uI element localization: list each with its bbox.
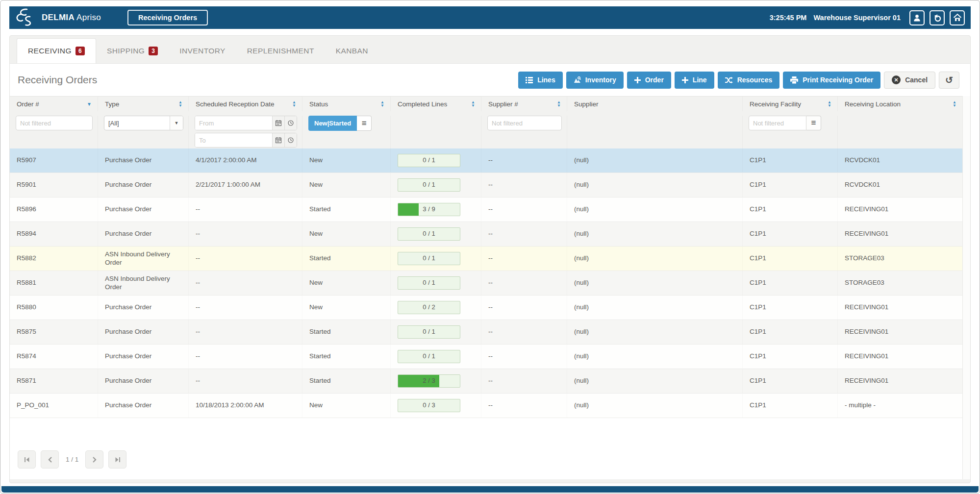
tab-receiving[interactable]: RECEIVING 6 — [17, 38, 96, 63]
table-row[interactable]: R5896Purchase Order--Started3 / 9--(null… — [10, 198, 962, 222]
tab-shipping[interactable]: SHIPPING 3 — [96, 38, 169, 63]
cell-completed-lines: 0 / 2 — [391, 296, 481, 320]
table-row[interactable]: R5871Purchase Order--Started2 / 3--(null… — [10, 369, 962, 394]
cell-supplier-number: -- — [481, 198, 567, 222]
table-row[interactable]: R5894Purchase Order--New0 / 1--(null)C1P… — [10, 222, 962, 247]
completed-lines-label: 0 / 1 — [398, 350, 460, 363]
home-button[interactable] — [950, 10, 965, 25]
user-icon — [913, 14, 921, 22]
column-header-completed-lines[interactable]: Completed Lines ▲▼ — [391, 97, 481, 111]
resources-button-label: Resources — [737, 76, 773, 84]
cell-scheduled-date: -- — [189, 222, 302, 246]
sort-icon: ▲▼ — [828, 100, 831, 107]
last-page-icon — [115, 457, 121, 463]
back-button[interactable] — [930, 10, 945, 25]
calendar-icon[interactable] — [272, 133, 284, 147]
sort-icon: ▲▼ — [380, 100, 384, 107]
column-header-order-number[interactable]: Order # ▼ — [10, 97, 98, 111]
type-filter-select[interactable]: [All] ▼ — [104, 116, 183, 130]
cell-supplier: (null) — [567, 247, 743, 271]
sort-icon: ▲▼ — [471, 100, 475, 107]
tab-replenishment[interactable]: REPLENISHMENT — [236, 38, 325, 63]
cell-receiving-facility: C1P1 — [743, 345, 838, 369]
cell-order-number: R5901 — [10, 173, 98, 197]
table-row[interactable]: R5901Purchase Order2/21/2017 1:00:00 AMN… — [10, 173, 962, 198]
cell-status: New — [302, 173, 391, 197]
status-filter-menu-button[interactable]: ≡ — [357, 116, 372, 131]
last-page-button[interactable] — [108, 450, 126, 469]
cell-type: Purchase Order — [98, 296, 189, 320]
column-header-supplier-number[interactable]: Supplier # ▲▼ — [481, 97, 567, 111]
cell-status: New — [302, 271, 391, 295]
column-header-receiving-facility[interactable]: Receiving Facility ▲▼ — [743, 97, 838, 111]
tab-inventory[interactable]: INVENTORY — [169, 38, 236, 63]
cell-completed-lines: 0 / 1 — [391, 173, 481, 197]
cell-receiving-location: RECEIVING01 — [838, 369, 962, 393]
cell-supplier: (null) — [567, 173, 743, 197]
table-row[interactable]: R5880Purchase Order--New0 / 2--(null)C1P… — [10, 296, 962, 320]
table-row[interactable]: R5882ASN Inbound Delivery Order--Started… — [10, 247, 962, 271]
cell-supplier-number: -- — [481, 394, 567, 418]
cancel-button[interactable]: ✕ Cancel — [884, 72, 935, 89]
supplier-number-filter-input[interactable] — [487, 116, 562, 130]
completed-lines-progress: 0 / 3 — [398, 399, 460, 412]
completed-lines-progress: 0 / 1 — [398, 276, 460, 290]
facility-filter-menu-button[interactable]: ≡ — [806, 116, 821, 130]
cell-completed-lines: 0 / 1 — [391, 222, 481, 246]
page-title: Receiving Orders — [18, 74, 97, 86]
cell-receiving-location: RECEIVING01 — [838, 320, 962, 344]
table-row[interactable]: R5874Purchase Order--Started0 / 1--(null… — [10, 345, 962, 369]
column-header-type[interactable]: Type ▲▼ — [98, 97, 189, 111]
cancel-button-label: Cancel — [905, 76, 928, 84]
column-header-supplier[interactable]: Supplier — [567, 97, 743, 111]
app-window: DELMIA Apriso Receiving Orders 3:25:45 P… — [0, 0, 980, 494]
completed-lines-progress: 0 / 2 — [398, 301, 460, 314]
add-line-button[interactable]: Line — [675, 72, 714, 89]
column-header-scheduled-reception-date[interactable]: Scheduled Reception Date ▲▼ — [189, 97, 302, 111]
list-icon — [526, 77, 533, 83]
cell-type: Purchase Order — [98, 345, 189, 369]
type-filter-value: [All] — [104, 116, 170, 130]
cell-completed-lines: 0 / 1 — [391, 247, 481, 271]
next-page-button[interactable] — [85, 450, 103, 469]
calendar-icon[interactable] — [272, 116, 284, 130]
page-indicator: 1 / 1 — [66, 456, 78, 463]
date-from-input[interactable] — [195, 116, 272, 130]
inventory-button[interactable]: Inventory — [566, 72, 624, 89]
status-filter-chip[interactable]: New|Started — [308, 116, 357, 131]
first-page-button[interactable] — [18, 450, 36, 469]
vertical-scrollbar[interactable] — [962, 96, 970, 479]
date-to-input[interactable] — [195, 133, 272, 147]
receiving-facility-filter-input[interactable] — [749, 116, 806, 130]
cell-type: Purchase Order — [98, 320, 189, 344]
column-header-status[interactable]: Status ▲▼ — [302, 97, 391, 111]
table-row[interactable]: R5881ASN Inbound Delivery Order--New0 / … — [10, 271, 962, 296]
column-header-receiving-location[interactable]: Receiving Location ▲▼ — [838, 97, 962, 111]
tab-kanban[interactable]: KANBAN — [325, 38, 379, 63]
clock-icon[interactable] — [284, 116, 297, 130]
order-number-filter-input[interactable] — [16, 116, 93, 130]
home-icon — [953, 13, 962, 22]
undo-icon — [933, 13, 942, 22]
cell-type: Purchase Order — [98, 222, 189, 246]
cell-scheduled-date: -- — [189, 345, 302, 369]
table-row[interactable]: R5907Purchase Order4/1/2017 2:00:00 AMNe… — [10, 148, 962, 173]
table-row[interactable]: R5875Purchase Order--Started0 / 1--(null… — [10, 320, 962, 345]
receiving-orders-nav-button[interactable]: Receiving Orders — [127, 10, 208, 25]
refresh-button[interactable]: ↺ — [939, 72, 959, 89]
user-profile-button[interactable] — [909, 10, 925, 25]
add-order-button[interactable]: Order — [627, 72, 671, 89]
clock-icon[interactable] — [284, 133, 297, 147]
cell-type: Purchase Order — [98, 173, 189, 197]
first-page-icon — [24, 457, 30, 463]
table-row[interactable]: P_PO_001Purchase Order10/18/2013 2:00:00… — [10, 394, 962, 418]
tab-label: SHIPPING — [107, 47, 145, 55]
resources-button[interactable]: Resources — [718, 72, 780, 89]
lines-button[interactable]: Lines — [518, 72, 563, 89]
cell-completed-lines: 0 / 3 — [391, 394, 481, 418]
cell-supplier: (null) — [567, 394, 743, 418]
cell-status: Started — [302, 198, 391, 222]
previous-page-button[interactable] — [41, 450, 59, 469]
cell-supplier: (null) — [567, 369, 743, 393]
print-receiving-order-button[interactable]: Print Receiving Order — [783, 72, 880, 89]
